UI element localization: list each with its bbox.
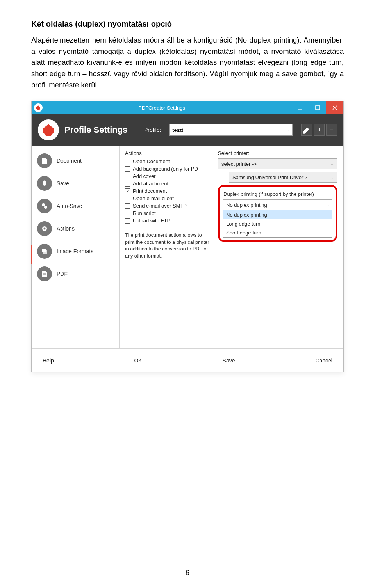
profile-label: Profile: xyxy=(144,127,161,133)
action-print-document[interactable]: Print document xyxy=(125,188,210,194)
sidebar-item-label: Auto-Save xyxy=(57,203,82,209)
action-label: Run script xyxy=(133,210,156,216)
checkbox-icon xyxy=(125,166,130,172)
gears-icon xyxy=(37,199,52,213)
remove-profile-button[interactable]: − xyxy=(326,124,337,136)
select-printer-label: Select printer: xyxy=(218,150,337,156)
action-label: Add background (only for PD xyxy=(133,166,198,172)
action-label: Open e-mail client xyxy=(133,195,174,201)
action-upload-ftp[interactable]: Upload with FTP xyxy=(125,218,210,224)
duplex-option[interactable]: Long edge turn xyxy=(223,219,332,228)
action-label: Open Document xyxy=(133,158,170,164)
sidebar-item-label: PDF xyxy=(57,271,68,277)
checkbox-icon xyxy=(125,174,130,179)
checkbox-icon xyxy=(125,159,130,164)
edit-profile-button[interactable] xyxy=(301,124,312,136)
actions-section-label: Actions xyxy=(125,150,210,156)
header-title: Profile Settings xyxy=(64,125,139,135)
action-label: Send e-mail over SMTP xyxy=(133,203,187,209)
sidebar-item-image-formats[interactable]: Image Formats xyxy=(32,240,119,263)
window-title: PDFCreator Settings xyxy=(32,105,292,111)
header-bar: Profile Settings Profile: teszt ⌄ + − xyxy=(32,114,343,146)
action-label: Upload with FTP xyxy=(133,218,170,224)
duplex-option-list: No duplex printing Long edge turn Short … xyxy=(223,210,332,238)
checkbox-icon xyxy=(125,203,130,209)
select-printer-dropdown[interactable]: select printer -> ⌄ xyxy=(218,158,337,169)
chevron-down-icon: ⌄ xyxy=(326,203,329,207)
footer-bar: Help OK Save Cancel xyxy=(32,348,343,372)
sidebar-item-label: Document xyxy=(57,158,82,164)
actions-panel: Actions Open Document Add background (on… xyxy=(120,146,213,348)
images-icon xyxy=(37,244,52,259)
app-logo-icon xyxy=(38,119,59,140)
action-add-cover[interactable]: Add cover xyxy=(125,173,210,179)
chevron-down-icon: ⌄ xyxy=(330,175,334,179)
doc-paragraph: Alapértelmezetten nem kétoldalas módra á… xyxy=(31,35,344,91)
svg-rect-9 xyxy=(43,274,46,275)
duplex-option[interactable]: No duplex printing xyxy=(223,210,332,219)
checkbox-icon xyxy=(125,218,130,224)
titlebar: PDFCreator Settings xyxy=(32,101,343,114)
chevron-down-icon: ⌄ xyxy=(286,128,289,132)
maximize-button[interactable] xyxy=(309,101,326,114)
duplex-selected-value: No duplex printing xyxy=(226,202,267,208)
profile-select[interactable]: teszt ⌄ xyxy=(169,124,293,136)
minimize-button[interactable] xyxy=(292,101,309,114)
sidebar: Document Save Auto-Save Actions xyxy=(32,146,120,348)
add-profile-button[interactable]: + xyxy=(314,124,325,136)
svg-point-2 xyxy=(42,203,45,206)
action-label: Add cover xyxy=(133,173,156,179)
svg-point-3 xyxy=(44,206,47,209)
sidebar-item-document[interactable]: Document xyxy=(32,149,119,172)
checkbox-icon xyxy=(125,211,130,216)
select-printer-value: select printer -> xyxy=(221,161,257,167)
sidebar-item-label: Actions xyxy=(57,226,75,232)
checkbox-icon xyxy=(125,196,130,201)
sidebar-item-actions[interactable]: Actions xyxy=(32,217,119,240)
doc-heading: Két oldalas (duplex) nyomtatási opció xyxy=(31,20,344,28)
action-add-attachment[interactable]: Add attachment xyxy=(125,181,210,187)
action-label: Print document xyxy=(133,188,167,194)
active-indicator xyxy=(31,245,32,264)
document-icon xyxy=(37,153,52,168)
gear-icon xyxy=(37,221,52,236)
cancel-button[interactable]: Cancel xyxy=(315,357,332,364)
duplex-label: Duplex printing (if support by the print… xyxy=(223,191,332,197)
action-send-email-smtp[interactable]: Send e-mail over SMTP xyxy=(125,203,210,209)
select-printer-sub-value: Samsung Universal Print Driver 2 xyxy=(232,174,307,180)
duplex-option[interactable]: Short edge turn xyxy=(223,228,332,237)
action-open-email-client[interactable]: Open e-mail client xyxy=(125,195,210,201)
printer-panel: Select printer: select printer -> ⌄ Sams… xyxy=(213,146,343,348)
sidebar-item-save[interactable]: Save xyxy=(32,172,119,195)
profile-select-value: teszt xyxy=(173,127,183,133)
duplex-dropdown[interactable]: No duplex printing ⌄ xyxy=(223,199,332,210)
app-window: PDFCreator Settings Profile Settings Pro… xyxy=(31,101,344,372)
svg-rect-0 xyxy=(298,109,302,110)
save-button[interactable]: Save xyxy=(223,357,235,364)
svg-rect-7 xyxy=(43,250,47,254)
sidebar-item-auto-save[interactable]: Auto-Save xyxy=(32,195,119,217)
svg-rect-1 xyxy=(316,106,320,110)
chevron-down-icon: ⌄ xyxy=(330,162,334,166)
checkbox-checked-icon xyxy=(125,188,130,194)
flame-icon xyxy=(37,176,52,191)
help-button[interactable]: Help xyxy=(43,357,54,364)
sidebar-item-label: Save xyxy=(57,180,69,187)
sidebar-item-label: Image Formats xyxy=(57,248,93,254)
close-button[interactable] xyxy=(326,101,343,114)
pdf-icon xyxy=(37,266,52,281)
action-open-document[interactable]: Open Document xyxy=(125,158,210,164)
sidebar-item-pdf[interactable]: PDF xyxy=(32,263,119,285)
ok-button[interactable]: OK xyxy=(134,357,142,364)
checkbox-icon xyxy=(125,181,130,187)
action-label: Add attachment xyxy=(133,181,168,187)
action-add-background[interactable]: Add background (only for PD xyxy=(125,166,210,172)
page-number: 6 xyxy=(0,569,375,577)
action-run-script[interactable]: Run script xyxy=(125,210,210,216)
svg-point-5 xyxy=(44,228,46,230)
select-printer-sub-dropdown[interactable]: Samsung Universal Print Driver 2 ⌄ xyxy=(229,172,337,183)
duplex-highlight-box: Duplex printing (if support by the print… xyxy=(218,185,337,242)
action-description: The print document action allows to prin… xyxy=(125,232,210,259)
svg-rect-8 xyxy=(43,273,46,274)
